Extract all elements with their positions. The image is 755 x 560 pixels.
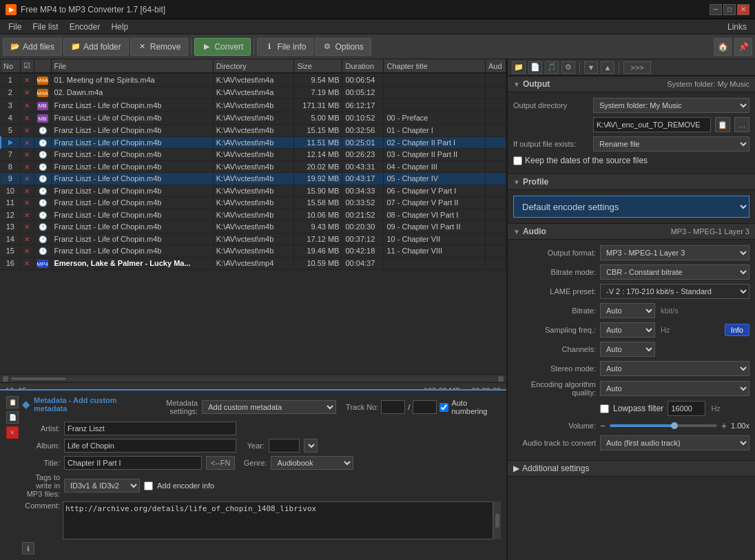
add-files-button[interactable]: 📂 Add files <box>3 38 62 56</box>
table-row[interactable]: 5✕🕐Franz Liszt - Life of Chopin.m4bK:\AV… <box>1 125 506 137</box>
row-remove-btn[interactable]: ✕ <box>24 127 30 134</box>
table-row[interactable]: 13✕🕐Franz Liszt - Life of Chopin.m4bK:\A… <box>1 221 506 234</box>
table-row[interactable]: 15✕🕐Franz Liszt - Life of Chopin.m4bK:\A… <box>1 245 506 258</box>
profile-section-header[interactable]: ▼ Profile <box>508 174 755 190</box>
auto-numbering-checkbox[interactable] <box>439 403 448 412</box>
encoding-quality-select[interactable]: Auto <box>600 381 749 396</box>
table-row[interactable]: 3✕MBFranz Liszt - Life of Chopin.m4bK:\A… <box>1 99 506 112</box>
table-row[interactable]: 1✕M4A01. Meeting of the Spirits.m4aK:\AV… <box>1 73 506 86</box>
lowpass-input[interactable] <box>668 401 705 416</box>
track-total-input[interactable] <box>413 400 437 414</box>
table-row[interactable]: 2✕M4A02. Dawn.m4aK:\AV\vctest\m4a7.19 MB… <box>1 86 506 99</box>
genre-select[interactable]: Audiobook <box>271 456 353 470</box>
minimize-button[interactable]: ─ <box>710 4 722 15</box>
add-folder-button[interactable]: 📁 Add folder <box>63 38 129 56</box>
rp-music-icon[interactable]: 🎵 <box>545 61 559 74</box>
metadata-paste-button[interactable]: 📄 <box>6 411 19 424</box>
file-info-button[interactable]: ℹ File info <box>257 38 313 56</box>
row-remove-btn[interactable]: ✕ <box>24 76 30 84</box>
volume-slider[interactable] <box>610 424 717 427</box>
table-row[interactable]: 10✕🕐Franz Liszt - Life of Chopin.m4bK:\A… <box>1 185 506 197</box>
keep-dates-checkbox[interactable] <box>513 156 522 165</box>
volume-minus-button[interactable]: − <box>600 420 606 431</box>
row-remove-btn[interactable]: ✕ <box>24 260 30 267</box>
lowpass-checkbox[interactable] <box>600 404 609 413</box>
row-remove-btn[interactable]: ✕ <box>24 211 30 219</box>
table-row[interactable]: 7✕🕐Franz Liszt - Life of Chopin.m4bK:\AV… <box>1 149 506 161</box>
horizontal-scrollbar[interactable] <box>0 374 506 382</box>
output-format-select[interactable]: MP3 - MPEG-1 Layer 3 <box>600 245 749 260</box>
profile-select[interactable]: Default encoder settings <box>513 196 749 218</box>
menu-file-list[interactable]: File list <box>27 21 63 33</box>
options-button[interactable]: ⚙ Options <box>315 38 371 56</box>
table-scroll-area[interactable]: No ☑ File Directory Size Duration Chapte… <box>0 59 506 374</box>
table-row[interactable]: 11✕🕐Franz Liszt - Life of Chopin.m4bK:\A… <box>1 197 506 209</box>
comment-textarea[interactable] <box>63 501 501 539</box>
row-remove-btn[interactable]: ✕ <box>24 89 30 96</box>
menu-file[interactable]: File <box>3 21 27 33</box>
metadata-clear-button[interactable]: ✕ <box>6 426 19 439</box>
rp-file-icon[interactable]: 📄 <box>528 61 542 74</box>
fn-button[interactable]: <--FN <box>206 456 235 470</box>
track-num-input[interactable] <box>381 400 405 414</box>
menu-help[interactable]: Help <box>105 21 134 33</box>
artist-input[interactable] <box>64 422 236 435</box>
menu-encoder[interactable]: Encoder <box>64 21 106 33</box>
remove-button[interactable]: ✕ Remove <box>130 38 189 56</box>
row-remove-btn[interactable]: ✕ <box>24 102 30 110</box>
row-remove-btn[interactable]: ✕ <box>24 163 30 171</box>
table-row[interactable]: ✕🕐Franz Liszt - Life of Chopin.m4bK:\AV\… <box>1 136 506 149</box>
row-remove-btn[interactable]: ✕ <box>24 151 30 158</box>
row-remove-btn[interactable]: ✕ <box>24 139 30 147</box>
metadata-copy-button[interactable]: 📋 <box>6 396 19 408</box>
lame-preset-select[interactable]: -V 2 : 170-210 kbit/s - Standard <box>600 284 749 299</box>
audio-section-header[interactable]: ▼ Audio MP3 - MPEG-1 Layer 3 <box>508 223 755 240</box>
row-remove-btn[interactable]: ✕ <box>24 247 30 255</box>
row-remove-btn[interactable]: ✕ <box>24 114 30 122</box>
if-exists-select[interactable]: Rename file <box>593 136 749 152</box>
table-row[interactable]: 9✕🕐Franz Liszt - Life of Chopin.m4bK:\AV… <box>1 173 506 185</box>
close-button[interactable]: ✕ <box>737 4 749 15</box>
row-remove-btn[interactable]: ✕ <box>24 175 30 183</box>
maximize-button[interactable]: □ <box>723 4 736 15</box>
output-path-more-btn[interactable]: … <box>734 117 749 132</box>
stereo-select[interactable]: Auto <box>600 361 749 376</box>
title-input[interactable] <box>64 456 202 470</box>
year-dropdown[interactable]: ▼ <box>304 439 318 453</box>
row-remove-btn[interactable]: ✕ <box>24 187 30 195</box>
volume-plus-button[interactable]: + <box>721 420 727 431</box>
tags-select[interactable]: ID3v1 & ID3v2 <box>64 479 140 492</box>
audio-track-select[interactable]: Auto (first audio track) <box>600 435 749 450</box>
links-button[interactable]: Links <box>727 22 752 32</box>
pin-button[interactable]: 📌 <box>734 38 752 56</box>
table-row[interactable]: 4✕MBFranz Liszt - Life of Chopin.m4bK:\A… <box>1 112 506 125</box>
home-button[interactable]: 🏠 <box>714 38 732 56</box>
rp-folder-icon[interactable]: 📁 <box>512 61 526 74</box>
rp-up-icon[interactable]: ▲ <box>601 61 614 74</box>
channels-select[interactable]: Auto <box>600 342 655 357</box>
add-encoder-checkbox[interactable] <box>144 481 153 490</box>
album-input[interactable] <box>64 439 236 453</box>
row-remove-btn[interactable]: ✕ <box>24 236 30 243</box>
convert-button[interactable]: ▶ Convert <box>194 38 251 56</box>
table-row[interactable]: 12✕🕐Franz Liszt - Life of Chopin.m4bK:\A… <box>1 209 506 221</box>
rp-more-icon[interactable]: >>> <box>623 61 651 74</box>
row-remove-btn[interactable]: ✕ <box>24 199 30 207</box>
output-path-input[interactable] <box>593 117 711 132</box>
bitrate-select[interactable]: Auto <box>600 303 655 318</box>
rp-settings-icon[interactable]: ⚙ <box>561 61 575 74</box>
table-row[interactable]: 8✕🕐Franz Liszt - Life of Chopin.m4bK:\AV… <box>1 160 506 173</box>
table-row[interactable]: 16✕MP4Emerson, Lake & Palmer - Lucky Ma.… <box>1 257 506 270</box>
output-section-header[interactable]: ▼ Output System folder: My Music <box>508 76 755 92</box>
rp-down-icon[interactable]: ▼ <box>584 61 598 74</box>
comment-scrollbar[interactable] <box>493 501 501 539</box>
metadata-info-button[interactable]: ℹ <box>22 542 34 554</box>
output-dir-select[interactable]: System folder: My Music <box>593 98 749 113</box>
metadata-settings-select[interactable]: Add custom metadata <box>202 400 336 414</box>
row-remove-btn[interactable]: ✕ <box>24 223 30 231</box>
sampling-select[interactable]: Auto <box>600 322 655 338</box>
output-path-browse-btn[interactable]: 📋 <box>715 117 730 132</box>
info-button[interactable]: Info <box>725 324 749 336</box>
year-input[interactable] <box>269 439 300 453</box>
table-row[interactable]: 14✕🕐Franz Liszt - Life of Chopin.m4bK:\A… <box>1 233 506 245</box>
